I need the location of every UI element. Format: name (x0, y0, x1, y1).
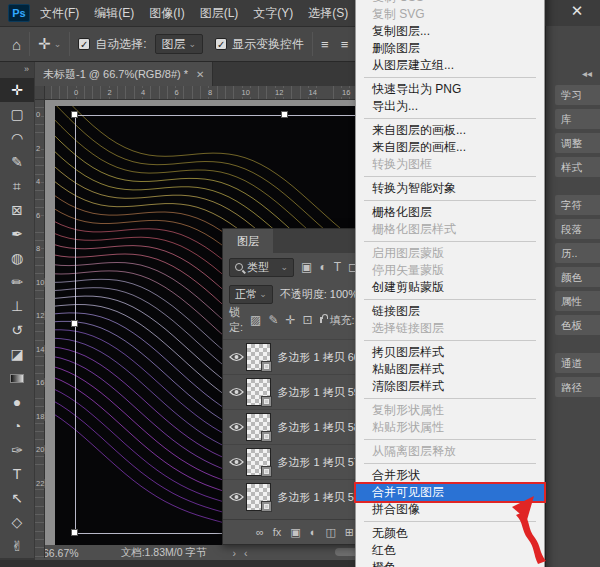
new-layer-icon[interactable]: ⊞ (345, 526, 354, 539)
layer-thumbnail[interactable] (246, 413, 271, 441)
dock-tab-调整[interactable]: 调整 (555, 133, 600, 153)
tool-gradient[interactable] (0, 366, 34, 390)
tool-lasso[interactable]: ◠ (0, 126, 34, 150)
toolbar-expand-icon[interactable]: » (0, 62, 34, 78)
lock-all-icon[interactable] (320, 317, 322, 323)
layer-row[interactable]: 多边形 1 拷贝 58 (223, 409, 364, 444)
context-menu-item[interactable]: 快速导出为 PNG (356, 81, 544, 98)
document-tab[interactable]: 未标题-1 @ 66.7%(RGB/8#) * ✕ (35, 62, 213, 86)
home-icon[interactable]: ⌂ (12, 36, 21, 53)
layer-style-icon[interactable]: fx (273, 526, 282, 538)
menu-1[interactable]: 编辑(E) (94, 5, 134, 22)
layers-tab[interactable]: 图层 (223, 229, 273, 253)
context-menu-item[interactable]: 链接图层 (356, 303, 544, 320)
context-menu-item[interactable]: 从图层建立组... (356, 57, 544, 74)
dock-tab-段落[interactable]: 段落 (555, 219, 600, 239)
tool-brush[interactable]: ✏ (0, 270, 34, 294)
context-menu-item[interactable]: 来自图层的画框... (356, 139, 544, 156)
layer-thumbnail[interactable] (246, 343, 271, 371)
adjustment-layer-icon[interactable]: ◐ (310, 526, 317, 538)
tool-blur[interactable]: ● (0, 390, 34, 414)
transform-handle-top-left[interactable] (71, 111, 78, 118)
layer-row[interactable]: 多边形 1 拷贝 60 (223, 339, 364, 374)
move-tool-icon[interactable]: ✛ (38, 35, 51, 53)
dock-tab-学习[interactable]: 学习 (555, 85, 600, 105)
link-layers-icon[interactable]: ∞ (256, 526, 264, 538)
lock-artboard-icon[interactable]: ⊡ (303, 313, 313, 327)
show-transform-checkbox[interactable]: ✓ (215, 38, 227, 50)
menu-0[interactable]: 文件(F) (40, 5, 79, 22)
dock-tab-通道[interactable]: 通道 (555, 353, 600, 373)
dock-collapse-icon[interactable]: ◂◂ (546, 26, 600, 85)
opacity-value[interactable]: 100% (330, 288, 358, 300)
align-center-icon[interactable]: ≡ (341, 37, 349, 52)
context-menu-item[interactable]: 创建剪贴蒙版 (356, 279, 544, 296)
dock-tab-色板[interactable]: 色板 (555, 315, 600, 335)
context-menu-item[interactable]: 粘贴图层样式 (356, 361, 544, 378)
context-menu-item[interactable]: 删除图层 (356, 40, 544, 57)
eye-visibility-icon[interactable] (227, 422, 246, 432)
layer-thumbnail[interactable] (246, 378, 271, 406)
eye-visibility-icon[interactable] (227, 352, 246, 362)
lock-transparent-icon[interactable]: ▨ (250, 313, 261, 327)
context-menu-item[interactable]: 合并形状 (356, 467, 544, 484)
tool-hand[interactable]: ✌ (0, 534, 34, 558)
align-left-icon[interactable]: ≡ (321, 37, 329, 52)
transform-handle-left-mid[interactable] (71, 320, 78, 327)
eye-visibility-icon[interactable] (227, 492, 246, 502)
layer-mask-icon[interactable]: ▣ (290, 526, 300, 539)
dock-tab-库[interactable]: 库 (555, 109, 600, 129)
tool-move[interactable]: ✛ (0, 78, 34, 102)
layer-row[interactable]: 多边形 1 拷贝 57 (223, 444, 364, 479)
context-menu-item[interactable]: 拷贝图层样式 (356, 344, 544, 361)
tab-close-icon[interactable]: ✕ (196, 69, 204, 80)
layer-thumbnail[interactable] (246, 483, 271, 511)
status-nav-icon[interactable]: ‹ (244, 547, 248, 559)
blend-mode-dropdown[interactable]: 正常 ⌄ (229, 285, 273, 304)
tool-marquee[interactable]: ▢ (0, 102, 34, 126)
dock-tab-颜色[interactable]: 颜色 (555, 267, 600, 287)
context-menu-item[interactable]: 来自图层的画板... (356, 122, 544, 139)
zoom-level-field[interactable]: 66.67% (43, 547, 79, 559)
tool-type[interactable]: T (0, 462, 34, 486)
tool-frame[interactable]: ⊠ (0, 198, 34, 222)
dock-tab-属性[interactable]: 属性 (555, 291, 600, 311)
tool-shape[interactable]: ◇ (0, 510, 34, 534)
menu-3[interactable]: 图层(L) (200, 5, 239, 22)
eye-visibility-icon[interactable] (227, 387, 246, 397)
tool-healing-patch[interactable]: ◍ (0, 246, 34, 270)
context-menu-item[interactable]: 栅格化图层 (356, 204, 544, 221)
chevron-down-icon[interactable]: ⌄ (54, 39, 62, 49)
status-nav-icon[interactable]: › (232, 547, 236, 559)
tool-crop[interactable]: ⌗ (0, 174, 34, 198)
context-menu-item[interactable]: 转换为智能对象 (356, 180, 544, 197)
layer-filter-dropdown[interactable]: 类型 ⌄ (229, 258, 294, 277)
context-menu-item[interactable]: 复制图层... (356, 23, 544, 40)
eye-visibility-icon[interactable] (227, 457, 246, 467)
menu-2[interactable]: 图像(I) (149, 5, 184, 22)
tool-history-brush[interactable]: ↺ (0, 318, 34, 342)
tool-eyedropper[interactable]: ✒ (0, 222, 34, 246)
dock-tab-路径[interactable]: 路径 (555, 377, 600, 397)
filter-adjustment-icon[interactable]: ◐ (319, 260, 326, 274)
dock-tab-字符[interactable]: 字符 (555, 195, 600, 215)
layer-row[interactable]: 多边形 1 拷贝 56 (223, 479, 364, 514)
dock-tab-样式[interactable]: 样式 (555, 157, 600, 177)
menu-5[interactable]: 选择(S) (308, 5, 348, 22)
tool-eraser[interactable]: ◪ (0, 342, 34, 366)
transform-handle-top-mid[interactable] (281, 111, 288, 118)
auto-select-checkbox[interactable]: ✓ (78, 38, 90, 50)
layer-thumbnail[interactable] (246, 448, 271, 476)
tool-pen[interactable]: ✑ (0, 438, 34, 462)
transform-handle-bottom-left[interactable] (71, 529, 78, 536)
context-menu-item[interactable]: 清除图层样式 (356, 378, 544, 395)
layer-row[interactable]: 多边形 1 拷贝 59 (223, 374, 364, 409)
tool-path-select[interactable]: ↖ (0, 486, 34, 510)
filter-pixel-icon[interactable]: ▣ (301, 260, 312, 274)
tool-quick-select[interactable]: ✎ (0, 150, 34, 174)
window-close-button[interactable]: ✕ (566, 2, 588, 20)
filter-type-icon[interactable]: T (334, 260, 341, 274)
auto-select-dropdown[interactable]: 图层 ⌄ (155, 34, 204, 54)
lock-pixels-icon[interactable]: ✎ (268, 313, 278, 327)
tool-dodge[interactable]: ◔ (0, 414, 34, 438)
